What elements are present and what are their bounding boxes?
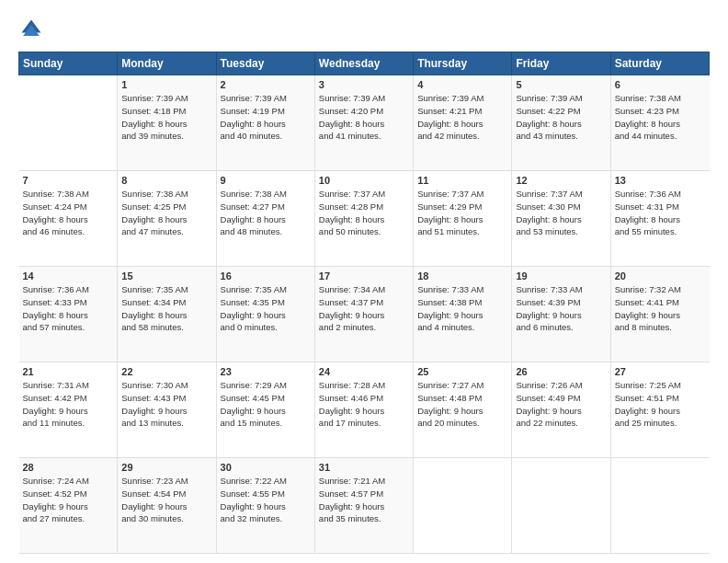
day-number: 25 — [417, 366, 507, 377]
day-info: Sunrise: 7:30 AM Sunset: 4:43 PM Dayligh… — [121, 379, 211, 430]
day-info: Sunrise: 7:36 AM Sunset: 4:31 PM Dayligh… — [615, 188, 706, 238]
day-number: 31 — [319, 462, 409, 473]
weekday-header-monday: Monday — [118, 52, 216, 75]
weekday-header-friday: Friday — [512, 52, 610, 75]
calendar-cell: 10Sunrise: 7:37 AM Sunset: 4:28 PM Dayli… — [314, 171, 413, 267]
calendar-cell: 27Sunrise: 7:25 AM Sunset: 4:51 PM Dayli… — [610, 362, 709, 458]
calendar-cell: 8Sunrise: 7:38 AM Sunset: 4:25 PM Daylig… — [118, 171, 216, 267]
day-number: 11 — [417, 175, 507, 186]
calendar-cell: 29Sunrise: 7:23 AM Sunset: 4:54 PM Dayli… — [118, 458, 216, 554]
calendar-cell: 18Sunrise: 7:33 AM Sunset: 4:38 PM Dayli… — [414, 267, 512, 362]
calendar-cell — [610, 458, 709, 554]
day-info: Sunrise: 7:36 AM Sunset: 4:33 PM Dayligh… — [23, 283, 114, 334]
calendar-cell — [19, 75, 118, 171]
weekday-header-tuesday: Tuesday — [216, 52, 314, 75]
calendar-cell: 24Sunrise: 7:28 AM Sunset: 4:46 PM Dayli… — [314, 362, 413, 458]
calendar-cell: 7Sunrise: 7:38 AM Sunset: 4:24 PM Daylig… — [19, 171, 118, 267]
day-number: 18 — [417, 270, 507, 282]
weekday-header-sunday: Sunday — [19, 52, 118, 75]
day-info: Sunrise: 7:38 AM Sunset: 4:24 PM Dayligh… — [23, 188, 114, 238]
calendar-cell: 17Sunrise: 7:34 AM Sunset: 4:37 PM Dayli… — [314, 267, 413, 362]
calendar-table: SundayMondayTuesdayWednesdayThursdayFrid… — [18, 52, 710, 554]
day-info: Sunrise: 7:37 AM Sunset: 4:30 PM Dayligh… — [516, 188, 606, 238]
weekday-header-wednesday: Wednesday — [314, 52, 413, 75]
day-info: Sunrise: 7:38 AM Sunset: 4:23 PM Dayligh… — [615, 92, 706, 143]
day-info: Sunrise: 7:25 AM Sunset: 4:51 PM Dayligh… — [615, 379, 706, 430]
day-info: Sunrise: 7:39 AM Sunset: 4:18 PM Dayligh… — [121, 92, 211, 143]
day-number: 13 — [615, 175, 706, 186]
day-number: 16 — [221, 270, 311, 282]
calendar-cell: 16Sunrise: 7:35 AM Sunset: 4:35 PM Dayli… — [216, 267, 314, 362]
calendar-cell: 23Sunrise: 7:29 AM Sunset: 4:45 PM Dayli… — [216, 362, 314, 458]
calendar-cell: 11Sunrise: 7:37 AM Sunset: 4:29 PM Dayli… — [414, 171, 512, 267]
day-number: 20 — [615, 270, 706, 282]
day-number: 24 — [319, 366, 409, 377]
logo — [18, 17, 48, 42]
day-info: Sunrise: 7:39 AM Sunset: 4:20 PM Dayligh… — [319, 92, 409, 143]
calendar-cell: 25Sunrise: 7:27 AM Sunset: 4:48 PM Dayli… — [414, 362, 512, 458]
day-number: 6 — [615, 79, 706, 90]
day-info: Sunrise: 7:37 AM Sunset: 4:28 PM Dayligh… — [319, 188, 409, 238]
day-number: 7 — [23, 175, 114, 186]
day-number: 21 — [23, 366, 114, 377]
day-info: Sunrise: 7:38 AM Sunset: 4:25 PM Dayligh… — [121, 188, 211, 238]
calendar-cell: 14Sunrise: 7:36 AM Sunset: 4:33 PM Dayli… — [19, 267, 118, 362]
calendar-cell — [414, 458, 512, 554]
day-number: 19 — [516, 270, 606, 282]
day-number: 28 — [23, 462, 114, 473]
day-info: Sunrise: 7:35 AM Sunset: 4:35 PM Dayligh… — [221, 283, 311, 334]
calendar-cell: 30Sunrise: 7:22 AM Sunset: 4:55 PM Dayli… — [216, 458, 314, 554]
calendar-cell: 19Sunrise: 7:33 AM Sunset: 4:39 PM Dayli… — [512, 267, 610, 362]
day-number: 26 — [516, 366, 606, 377]
day-info: Sunrise: 7:38 AM Sunset: 4:27 PM Dayligh… — [221, 188, 311, 238]
calendar-cell: 22Sunrise: 7:30 AM Sunset: 4:43 PM Dayli… — [118, 362, 216, 458]
day-info: Sunrise: 7:37 AM Sunset: 4:29 PM Dayligh… — [417, 188, 507, 238]
calendar-cell: 21Sunrise: 7:31 AM Sunset: 4:42 PM Dayli… — [19, 362, 118, 458]
day-number: 9 — [221, 175, 311, 186]
day-number: 23 — [221, 366, 311, 377]
day-number: 27 — [615, 366, 706, 377]
calendar-cell: 4Sunrise: 7:39 AM Sunset: 4:21 PM Daylig… — [414, 75, 512, 171]
day-number: 22 — [121, 366, 211, 377]
day-info: Sunrise: 7:27 AM Sunset: 4:48 PM Dayligh… — [417, 379, 507, 430]
header — [18, 17, 710, 42]
day-number: 29 — [121, 462, 211, 473]
calendar-cell: 3Sunrise: 7:39 AM Sunset: 4:20 PM Daylig… — [314, 75, 413, 171]
page: SundayMondayTuesdayWednesdayThursdayFrid… — [0, 0, 728, 563]
week-row-1: 1Sunrise: 7:39 AM Sunset: 4:18 PM Daylig… — [19, 75, 710, 171]
day-number: 3 — [319, 79, 409, 90]
day-info: Sunrise: 7:28 AM Sunset: 4:46 PM Dayligh… — [319, 379, 409, 430]
calendar-cell: 6Sunrise: 7:38 AM Sunset: 4:23 PM Daylig… — [610, 75, 709, 171]
day-info: Sunrise: 7:39 AM Sunset: 4:21 PM Dayligh… — [417, 92, 507, 143]
calendar-cell: 15Sunrise: 7:35 AM Sunset: 4:34 PM Dayli… — [118, 267, 216, 362]
week-row-3: 14Sunrise: 7:36 AM Sunset: 4:33 PM Dayli… — [19, 267, 710, 362]
day-info: Sunrise: 7:23 AM Sunset: 4:54 PM Dayligh… — [121, 475, 211, 525]
day-info: Sunrise: 7:26 AM Sunset: 4:49 PM Dayligh… — [516, 379, 606, 430]
day-info: Sunrise: 7:33 AM Sunset: 4:38 PM Dayligh… — [417, 283, 507, 334]
calendar-cell: 20Sunrise: 7:32 AM Sunset: 4:41 PM Dayli… — [610, 267, 709, 362]
day-number: 1 — [121, 79, 211, 90]
day-info: Sunrise: 7:21 AM Sunset: 4:57 PM Dayligh… — [319, 475, 409, 525]
day-info: Sunrise: 7:39 AM Sunset: 4:19 PM Dayligh… — [221, 92, 311, 143]
calendar-cell: 31Sunrise: 7:21 AM Sunset: 4:57 PM Dayli… — [314, 458, 413, 554]
day-info: Sunrise: 7:24 AM Sunset: 4:52 PM Dayligh… — [23, 475, 114, 525]
day-info: Sunrise: 7:39 AM Sunset: 4:22 PM Dayligh… — [516, 92, 606, 143]
calendar-cell: 9Sunrise: 7:38 AM Sunset: 4:27 PM Daylig… — [216, 171, 314, 267]
day-number: 17 — [319, 270, 409, 282]
day-info: Sunrise: 7:22 AM Sunset: 4:55 PM Dayligh… — [221, 475, 311, 525]
week-row-4: 21Sunrise: 7:31 AM Sunset: 4:42 PM Dayli… — [19, 362, 710, 458]
day-number: 12 — [516, 175, 606, 186]
weekday-header-saturday: Saturday — [610, 52, 709, 75]
day-number: 10 — [319, 175, 409, 186]
day-info: Sunrise: 7:31 AM Sunset: 4:42 PM Dayligh… — [23, 379, 114, 430]
day-info: Sunrise: 7:29 AM Sunset: 4:45 PM Dayligh… — [221, 379, 311, 430]
calendar-cell: 5Sunrise: 7:39 AM Sunset: 4:22 PM Daylig… — [512, 75, 610, 171]
calendar-cell: 28Sunrise: 7:24 AM Sunset: 4:52 PM Dayli… — [19, 458, 118, 554]
day-number: 15 — [121, 270, 211, 282]
week-row-2: 7Sunrise: 7:38 AM Sunset: 4:24 PM Daylig… — [19, 171, 710, 267]
day-number: 5 — [516, 79, 606, 90]
day-number: 2 — [221, 79, 311, 90]
calendar-cell: 13Sunrise: 7:36 AM Sunset: 4:31 PM Dayli… — [610, 171, 709, 267]
calendar-cell: 26Sunrise: 7:26 AM Sunset: 4:49 PM Dayli… — [512, 362, 610, 458]
calendar-cell — [512, 458, 610, 554]
